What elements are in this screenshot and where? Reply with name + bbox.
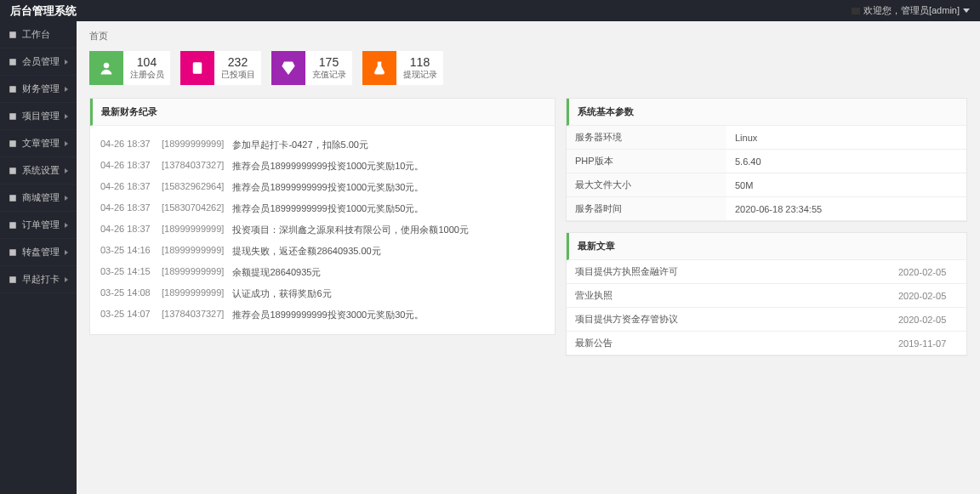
finance-text: 推荐会员18999999999投资1000元奖励50元。 (232, 202, 424, 215)
chevron-right-icon (65, 250, 68, 255)
chevron-right-icon (65, 60, 68, 65)
menu-icon (9, 139, 17, 148)
article-date: 2020-02-05 (890, 308, 966, 332)
sidebar-item-label: 系统设置 (22, 164, 60, 177)
finance-phone: [13784037327] (162, 160, 224, 173)
breadcrumb: 首页 (77, 21, 980, 51)
finance-row: 04-26 18:37[18999999999]参加早起打卡-0427，扣除5.… (100, 134, 544, 156)
menu-icon (9, 194, 17, 202)
svg-rect-0 (9, 31, 16, 38)
param-value: 2020-06-18 23:34:55 (726, 197, 966, 221)
finance-timestamp: 03-25 14:07 (100, 309, 153, 321)
table-row: 最新公告2019-11-07 (567, 332, 966, 355)
svg-rect-6 (9, 195, 16, 202)
param-key: 最大文件大小 (567, 173, 726, 197)
chevron-right-icon (65, 141, 68, 146)
finance-text: 推荐会员18999999999投资1000元奖励30元。 (232, 181, 424, 194)
breadcrumb-home[interactable]: 首页 (89, 31, 108, 41)
finance-timestamp: 04-26 18:37 (100, 202, 153, 215)
svg-rect-1 (9, 59, 16, 65)
sidebar-item-1[interactable]: 会员管理 (0, 48, 77, 76)
article-title[interactable]: 营业执照 (567, 284, 890, 308)
finance-row: 04-26 18:37[15830704262]推荐会员18999999999投… (100, 198, 544, 219)
finance-text: 推荐会员18999999999投资1000元奖励10元。 (232, 160, 424, 173)
menu-icon (9, 248, 17, 257)
menu-icon (9, 31, 17, 39)
stat-card-3[interactable]: 118提现记录 (362, 51, 443, 85)
clipboard-icon (180, 51, 214, 85)
sidebar-item-label: 会员管理 (22, 55, 60, 68)
article-date: 2020-02-05 (890, 260, 966, 284)
menu-icon (9, 112, 17, 121)
chevron-right-icon (65, 114, 68, 119)
sidebar-item-6[interactable]: 商城管理 (0, 185, 77, 212)
stat-number: 232 (228, 55, 248, 69)
article-title[interactable]: 最新公告 (567, 332, 890, 355)
user-icon (89, 51, 123, 85)
menu-icon (9, 221, 17, 230)
sidebar-item-label: 项目管理 (22, 110, 60, 122)
finance-phone: [18999999999] (162, 245, 224, 258)
sidebar-item-label: 工作台 (22, 28, 50, 41)
stat-card-2[interactable]: 175充值记录 (271, 51, 352, 85)
chevron-right-icon (65, 223, 68, 228)
sidebar: 工作台会员管理财务管理项目管理文章管理系统设置商城管理订单管理转盘管理早起打卡 (0, 21, 77, 494)
finance-timestamp: 03-25 14:08 (100, 287, 153, 300)
welcome-text: 欢迎您，管理员[admin] (863, 4, 960, 17)
sidebar-item-label: 财务管理 (22, 82, 60, 95)
sidebar-item-0[interactable]: 工作台 (0, 21, 77, 48)
finance-phone: [15832962964] (162, 181, 224, 194)
stat-number: 118 (410, 55, 430, 69)
finance-row: 04-26 18:37[15832962964]推荐会员18999999999投… (100, 177, 544, 198)
svg-rect-8 (9, 249, 16, 256)
chevron-right-icon (65, 196, 68, 201)
svg-rect-7 (9, 222, 16, 229)
sidebar-item-9[interactable]: 早起打卡 (0, 266, 77, 293)
param-value: 50M (726, 173, 966, 197)
finance-timestamp: 03-25 14:15 (100, 266, 153, 279)
finance-text: 投资项目：深圳鑫之源泉科技有限公司，使用余额1000元 (232, 224, 468, 236)
articles-panel: 最新文章 项目提供方执照金融许可2020-02-05营业执照2020-02-05… (566, 232, 967, 356)
article-title[interactable]: 项目提供方资金存管协议 (567, 308, 890, 332)
stat-card-0[interactable]: 104注册会员 (89, 51, 170, 85)
finance-text: 余额提现28640935元 (232, 266, 321, 279)
finance-timestamp: 03-25 14:16 (100, 245, 153, 258)
stat-label: 已投项目 (221, 69, 255, 81)
stat-number: 104 (137, 55, 157, 69)
finance-row: 04-26 18:37[18999999999]投资项目：深圳鑫之源泉科技有限公… (100, 219, 544, 241)
param-key: PHP版本 (567, 150, 726, 173)
finance-row: 03-25 14:16[18999999999]提现失败，返还金额2864093… (100, 241, 544, 262)
article-date: 2019-11-07 (890, 332, 966, 355)
svg-rect-2 (9, 86, 16, 93)
sidebar-item-2[interactable]: 财务管理 (0, 76, 77, 103)
app-title: 后台管理系统 (10, 3, 77, 19)
sidebar-item-4[interactable]: 文章管理 (0, 130, 77, 157)
sidebar-item-3[interactable]: 项目管理 (0, 103, 77, 130)
stat-card-1[interactable]: 232已投项目 (180, 51, 261, 85)
table-row: 营业执照2020-02-05 (567, 284, 966, 308)
table-row: PHP版本5.6.40 (567, 150, 966, 173)
top-header: 后台管理系统 欢迎您，管理员[admin] (0, 0, 980, 21)
flag-icon (852, 8, 860, 14)
menu-icon (9, 58, 17, 66)
param-key: 服务器时间 (567, 197, 726, 221)
chevron-down-icon (963, 9, 970, 13)
sidebar-item-8[interactable]: 转盘管理 (0, 239, 77, 266)
chevron-right-icon (65, 277, 68, 282)
sidebar-item-label: 商城管理 (22, 191, 60, 204)
finance-phone: [13784037327] (162, 309, 224, 321)
chevron-right-icon (65, 87, 68, 92)
svg-rect-5 (9, 168, 16, 174)
menu-icon (9, 167, 17, 175)
stat-label: 提现记录 (403, 69, 437, 81)
param-key: 服务器环境 (567, 126, 726, 150)
table-row: 最大文件大小50M (567, 173, 966, 197)
table-row: 项目提供方资金存管协议2020-02-05 (567, 308, 966, 332)
sidebar-item-7[interactable]: 订单管理 (0, 212, 77, 239)
sidebar-item-label: 早起打卡 (22, 273, 60, 286)
article-title[interactable]: 项目提供方执照金融许可 (567, 260, 890, 284)
finance-phone: [15830704262] (162, 202, 224, 215)
main-content: 首页 104注册会员232已投项目175充值记录118提现记录 最新财务纪录 0… (77, 21, 980, 494)
user-menu[interactable]: 欢迎您，管理员[admin] (852, 4, 970, 17)
sidebar-item-5[interactable]: 系统设置 (0, 157, 77, 185)
